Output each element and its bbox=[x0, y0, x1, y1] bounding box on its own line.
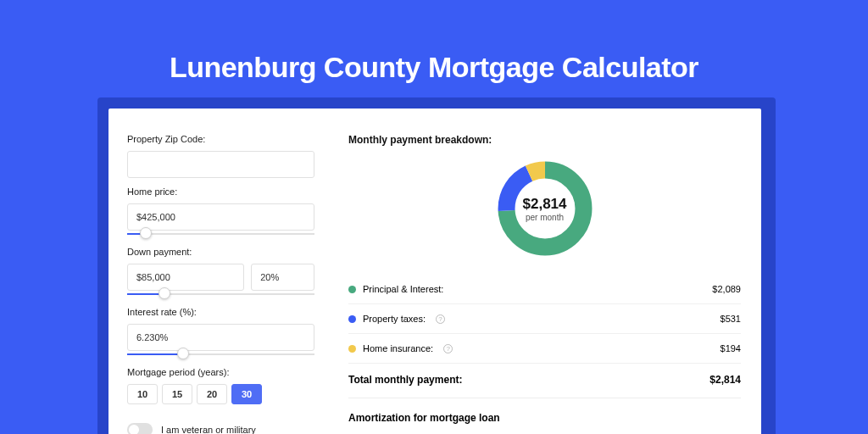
breakdown-title: Monthly payment breakdown: bbox=[348, 134, 741, 146]
home-price-group: Home price: bbox=[127, 186, 314, 238]
legend-value: $2,089 bbox=[712, 284, 741, 294]
dot-icon bbox=[348, 286, 356, 293]
legend-value: $194 bbox=[721, 343, 741, 353]
period-group: Mortgage period (years): 10 15 20 30 bbox=[127, 367, 314, 404]
period-pill-10[interactable]: 10 bbox=[127, 384, 158, 404]
donut-chart: $2,814 per month bbox=[494, 158, 596, 259]
total-row: Total monthly payment: $2,814 bbox=[348, 364, 741, 398]
amortization-section: Amortization for mortgage loan Amortizat… bbox=[348, 398, 741, 434]
home-price-input[interactable] bbox=[127, 203, 314, 231]
veteran-label: I am veteran or military bbox=[161, 425, 256, 434]
total-value: $2,814 bbox=[709, 374, 741, 386]
down-payment-amount-input[interactable] bbox=[127, 264, 244, 291]
zip-label: Property Zip Code: bbox=[127, 134, 314, 144]
dot-icon bbox=[348, 315, 356, 323]
legend-row-principal: Principal & Interest: $2,089 bbox=[348, 275, 741, 304]
legend-label: Property taxes: bbox=[363, 314, 426, 324]
calculator-card: Property Zip Code: Home price: Down paym… bbox=[108, 108, 761, 434]
form-panel: Property Zip Code: Home price: Down paym… bbox=[108, 108, 333, 434]
donut-sub: per month bbox=[526, 213, 564, 222]
period-pill-15[interactable]: 15 bbox=[162, 384, 192, 404]
legend-label: Home insurance: bbox=[363, 343, 433, 353]
info-icon[interactable]: ? bbox=[436, 314, 445, 324]
interest-slider[interactable] bbox=[127, 350, 314, 359]
down-payment-label: Down payment: bbox=[127, 247, 314, 257]
down-payment-group: Down payment: bbox=[127, 247, 314, 298]
period-label: Mortgage period (years): bbox=[127, 367, 314, 377]
total-label: Total monthly payment: bbox=[348, 374, 462, 386]
donut-value: $2,814 bbox=[523, 196, 567, 213]
legend-row-insurance: Home insurance: ? $194 bbox=[348, 334, 741, 364]
down-payment-slider[interactable] bbox=[127, 290, 314, 298]
period-pills: 10 15 20 30 bbox=[127, 384, 314, 404]
interest-input[interactable] bbox=[127, 324, 314, 351]
zip-group: Property Zip Code: bbox=[127, 134, 314, 178]
home-price-label: Home price: bbox=[127, 186, 314, 197]
interest-group: Interest rate (%): bbox=[127, 307, 314, 359]
home-price-slider[interactable] bbox=[127, 230, 314, 238]
zip-input[interactable] bbox=[127, 151, 314, 178]
legend-label: Principal & Interest: bbox=[363, 284, 443, 294]
dot-icon bbox=[348, 345, 356, 353]
veteran-row: I am veteran or military bbox=[127, 423, 314, 434]
breakdown-panel: Monthly payment breakdown: $2,814 per mo… bbox=[333, 108, 761, 434]
legend-value: $531 bbox=[721, 314, 741, 324]
veteran-toggle[interactable] bbox=[127, 423, 153, 434]
amortization-title: Amortization for mortgage loan bbox=[348, 412, 741, 424]
interest-label: Interest rate (%): bbox=[127, 307, 314, 317]
period-pill-20[interactable]: 20 bbox=[197, 384, 227, 404]
legend-row-taxes: Property taxes: ? $531 bbox=[348, 304, 741, 334]
page-title: Lunenburg County Mortgage Calculator bbox=[0, 0, 868, 84]
info-icon[interactable]: ? bbox=[443, 344, 453, 353]
period-pill-30[interactable]: 30 bbox=[231, 384, 262, 404]
donut-wrap: $2,814 per month bbox=[348, 158, 741, 259]
down-payment-percent-input[interactable] bbox=[251, 264, 314, 291]
